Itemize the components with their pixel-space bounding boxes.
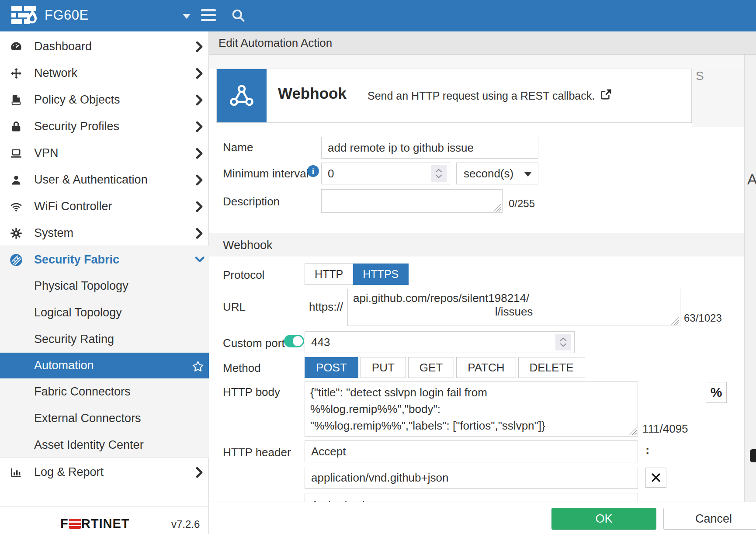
action-type-header: Webhook Send an HTTP request using a RES… bbox=[216, 69, 692, 123]
sidebar-item-system[interactable]: System bbox=[0, 220, 209, 246]
search-icon[interactable] bbox=[231, 8, 246, 23]
sidebar-item-label: Network bbox=[34, 66, 77, 80]
minimum-interval-input[interactable]: 0 bbox=[321, 163, 450, 184]
method-patch-button[interactable]: PATCH bbox=[456, 357, 516, 378]
info-icon[interactable]: i bbox=[307, 165, 319, 177]
bottom-action-bar: OK Cancel bbox=[209, 502, 756, 534]
protocol-https-button[interactable]: HTTPS bbox=[353, 264, 409, 285]
method-label: Method bbox=[223, 361, 261, 375]
http-header-next-input-clipped[interactable]: Authorization bbox=[305, 493, 638, 502]
sidebar-item-network[interactable]: Network bbox=[0, 60, 209, 87]
sidebar-item-automation-selected[interactable]: Automation bbox=[0, 353, 209, 378]
fortinet-logo-o-icon bbox=[69, 519, 81, 529]
external-link-icon[interactable] bbox=[600, 88, 612, 103]
sidebar-item-label: Security Fabric bbox=[34, 253, 119, 267]
clipped-text-fragment-top: S bbox=[696, 69, 704, 83]
wifi-icon bbox=[10, 200, 23, 213]
fortigate-admin-screen: FG60E Dashboard Network bbox=[0, 0, 756, 534]
http-header-name-value: Accept bbox=[311, 445, 346, 458]
webhook-section-band bbox=[209, 233, 744, 257]
http-header-separator: : bbox=[645, 443, 649, 457]
sidebar-item-label: Dashboard bbox=[34, 40, 92, 53]
number-stepper[interactable] bbox=[431, 165, 447, 182]
sidebar-item-label: VPN bbox=[34, 146, 59, 160]
sidebar-item-security-profiles[interactable]: Security Profiles bbox=[0, 113, 209, 140]
sidebar-item-policy-objects[interactable]: Policy & Objects bbox=[0, 87, 209, 113]
sidebar-item-user-authentication[interactable]: User & Authentication bbox=[0, 166, 209, 193]
top-bar: FG60E bbox=[0, 0, 756, 31]
sidebar-item-asset-identity-center[interactable]: Asset Identity Center bbox=[0, 432, 209, 458]
laptop-icon bbox=[10, 147, 23, 160]
sidebar-item-label: User & Authentication bbox=[34, 173, 148, 187]
sidebar-nav: Dashboard Network Policy & Objects bbox=[0, 31, 209, 534]
sidebar-item-vpn[interactable]: VPN bbox=[0, 140, 209, 166]
url-value-line2: l/issues bbox=[353, 305, 675, 319]
x-close-icon bbox=[651, 473, 661, 482]
sidebar-item-label: Logical Topology bbox=[34, 306, 122, 319]
sidebar-item-fabric-connectors[interactable]: Fabric Connectors bbox=[0, 378, 209, 405]
method-put-button[interactable]: PUT bbox=[361, 357, 406, 378]
method-button-group: POST PUT GET PATCH DELETE bbox=[305, 357, 585, 378]
dashboard-gauge-icon bbox=[10, 40, 23, 53]
protocol-http-button[interactable]: HTTP bbox=[305, 264, 353, 285]
sidebar-item-wifi-controller[interactable]: WiFi Controller bbox=[0, 193, 209, 220]
http-header-name-input[interactable]: Accept bbox=[305, 440, 638, 462]
star-icon[interactable] bbox=[191, 360, 200, 371]
custom-port-label: Custom port bbox=[223, 336, 285, 350]
ok-button[interactable]: OK bbox=[551, 508, 656, 530]
stepper-up-icon bbox=[560, 337, 567, 341]
name-input[interactable]: add remote ip to github issue bbox=[321, 137, 538, 159]
lock-icon bbox=[10, 120, 23, 133]
sidebar-item-external-connectors[interactable]: External Connectors bbox=[0, 405, 209, 432]
http-body-char-counter: 111/4095 bbox=[642, 422, 688, 436]
custom-port-input[interactable]: 443 bbox=[305, 331, 575, 353]
chevron-right-icon bbox=[195, 121, 204, 132]
url-protocol-prefix: https:// bbox=[302, 300, 343, 314]
remove-header-button[interactable] bbox=[645, 468, 666, 488]
stepper-down-icon bbox=[560, 343, 567, 347]
cancel-button[interactable]: Cancel bbox=[663, 508, 756, 530]
fortinet-logo: FRTINET bbox=[60, 517, 129, 531]
sidebar-item-physical-topology[interactable]: Physical Topology bbox=[0, 273, 209, 299]
url-textarea[interactable]: api.github.com/repos/silent198214/ l/iss… bbox=[347, 289, 680, 326]
minimum-interval-value: 0 bbox=[328, 167, 334, 180]
number-stepper[interactable] bbox=[555, 334, 571, 350]
sidebar-item-label: Fabric Connectors bbox=[34, 385, 131, 399]
http-header-value: application/vnd.github+json bbox=[311, 471, 448, 485]
protocol-label: Protocol bbox=[223, 268, 264, 282]
resize-handle[interactable] bbox=[493, 204, 501, 212]
method-post-button[interactable]: POST bbox=[305, 357, 358, 378]
custom-port-toggle[interactable] bbox=[284, 335, 304, 347]
action-type-subtitle: Send an HTTP request using a REST callba… bbox=[368, 88, 612, 103]
url-label: URL bbox=[223, 300, 246, 314]
chevron-right-icon bbox=[195, 94, 204, 106]
method-get-button[interactable]: GET bbox=[408, 357, 454, 378]
method-delete-button[interactable]: DELETE bbox=[518, 357, 585, 378]
menu-hamburger-icon[interactable] bbox=[201, 9, 216, 22]
http-header-label: HTTP header bbox=[223, 446, 291, 459]
sidebar-item-security-fabric[interactable]: Security Fabric bbox=[0, 246, 209, 273]
sidebar-item-logical-topology[interactable]: Logical Topology bbox=[0, 299, 209, 326]
http-body-textarea[interactable]: {"title": "detect sslvpn login fail from… bbox=[305, 381, 638, 437]
description-textarea[interactable] bbox=[321, 189, 503, 213]
insert-variable-percent-button[interactable]: % bbox=[706, 382, 727, 403]
chevron-right-icon bbox=[195, 68, 204, 79]
description-char-counter: 0/255 bbox=[509, 198, 535, 210]
sidebar-item-log-report[interactable]: Log & Report bbox=[0, 459, 209, 485]
chevron-right-icon bbox=[195, 174, 204, 186]
custom-port-value: 443 bbox=[311, 336, 330, 349]
webhook-icon bbox=[228, 82, 255, 109]
fortigate-firewall-logo-icon bbox=[11, 6, 38, 25]
device-dropdown-caret-icon[interactable] bbox=[183, 14, 191, 19]
interval-unit-select[interactable]: second(s) bbox=[456, 163, 538, 184]
firmware-version: v7.2.6 bbox=[171, 518, 200, 531]
description-label: Description bbox=[223, 195, 280, 208]
page-header-bar: Edit Automation Action bbox=[209, 31, 756, 55]
sidebar-item-label: Physical Topology bbox=[34, 279, 128, 293]
sidebar-item-security-rating[interactable]: Security Rating bbox=[0, 326, 209, 353]
clipped-icon-fragment bbox=[750, 449, 756, 462]
http-header-value-input[interactable]: application/vnd.github+json bbox=[305, 467, 638, 489]
http-body-value: {"title": "detect sslvpn login fail from… bbox=[310, 384, 632, 434]
sidebar-item-dashboard[interactable]: Dashboard bbox=[0, 33, 209, 60]
sidebar-item-label: Log & Report bbox=[34, 465, 104, 479]
